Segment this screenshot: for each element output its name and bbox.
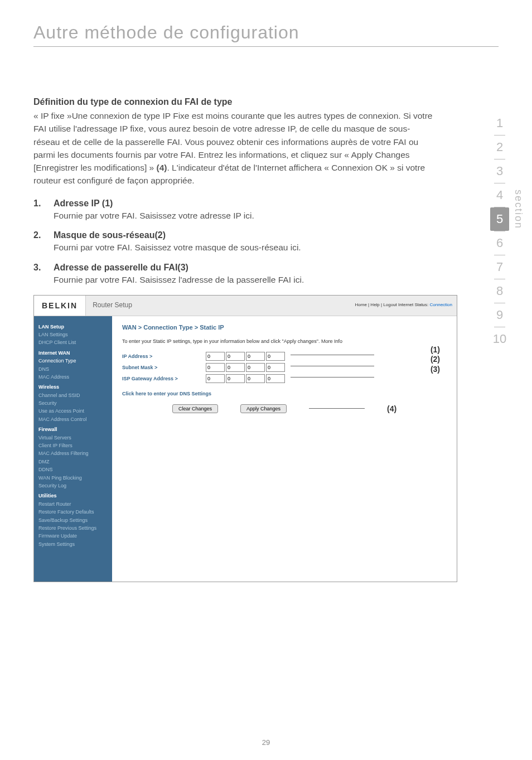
sidebar-item[interactable]: Use as Access Point [38,407,108,415]
sidebar-item[interactable]: System Settings [38,540,108,548]
ip-octet-input[interactable] [266,352,285,361]
list-item: 3. Adresse de passerelle du FAI(3) Fourn… [33,263,499,286]
section-nav-item[interactable]: 1 [490,112,509,135]
section-nav-item[interactable]: 8 [490,279,509,303]
sidebar-item[interactable]: Firmware Update [38,532,108,540]
section-nav-item[interactable]: 7 [490,255,509,279]
callout-line [309,408,365,409]
page-number: 29 [0,738,532,747]
sidebar-item[interactable]: Restart Router [38,500,108,508]
belkin-logo: BELKIN [34,296,86,316]
section-heading: Définition du type de connexion du FAI d… [33,97,499,107]
list-title: Adresse de passerelle du FAI(3) [54,263,499,273]
list-title: Adresse IP (1) [54,199,499,209]
intro-bold-ref: (4) [157,163,167,172]
sidebar-item[interactable]: MAC Address Control [38,415,108,423]
section-label: section [512,190,524,229]
ip-octet-input[interactable] [206,363,225,372]
sidebar-group: LAN Setup [38,323,108,331]
clear-changes-button[interactable]: Clear Changes [172,404,218,413]
numbered-list: 1. Adresse IP (1) Fournie par votre FAI.… [33,199,499,286]
list-number: 2. [33,230,54,254]
list-title: Masque de sous-réseau(2) [54,230,499,240]
panel-description: To enter your Static IP settings, type i… [122,338,447,344]
callout-line [291,355,374,355]
subnet-mask-row: Subnet Mask > [122,363,447,372]
ip-octet-input[interactable] [246,363,265,372]
sidebar-group: Wireless [38,383,108,391]
section-nav-item[interactable]: 4 [490,183,509,207]
sidebar-item[interactable]: WAN Ping Blocking [38,474,108,482]
callout-1: (1) [431,345,440,355]
sidebar-item[interactable]: Security [38,399,108,407]
button-row: Clear Changes Apply Changes (4) [122,404,447,413]
ip-octet-input[interactable] [226,352,245,361]
gateway-label: ISP Gateway Address > [122,376,206,381]
top-links: Home | Help | Logout Internet Status: Co… [355,296,457,316]
section-nav: 1 2 3 4 5 6 7 8 9 10 section [490,112,524,351]
section-nav-item[interactable]: 10 [490,327,509,351]
sidebar-item[interactable]: Save/Backup Settings [38,516,108,524]
callout-line [291,377,374,377]
internet-status-value: Connection [430,302,452,307]
list-item: 2. Masque de sous-réseau(2) Fourni par v… [33,230,499,254]
ip-octet-input[interactable] [206,374,225,383]
ip-address-row: IP Address > [122,352,447,361]
page-title: Autre méthode de configuration [33,22,499,43]
section-nav-item[interactable]: 2 [490,135,509,159]
ip-octet-input[interactable] [246,352,265,361]
sidebar-item-connection-type[interactable]: Connection Type [38,357,108,365]
ip-octet-input[interactable] [246,374,265,383]
sidebar-item[interactable]: Client IP Filters [38,442,108,449]
top-links-text[interactable]: Home | Help | Logout Internet Status: [355,302,430,307]
sidebar-item[interactable]: DDNS [38,466,108,473]
callout-4: (4) [387,404,396,413]
section-nav-item-active[interactable]: 5 [490,207,509,231]
sidebar-item[interactable]: DHCP Client List [38,338,108,346]
sidebar-item[interactable]: Restore Previous Settings [38,524,108,532]
breadcrumb: WAN > Connection Type > Static IP [122,324,447,331]
router-main-panel: WAN > Connection Type > Static IP To ent… [112,316,457,582]
ip-octet-input[interactable] [266,363,285,372]
callout-3: (3) [431,365,440,375]
router-setup-label: Router Setup [86,296,355,316]
list-number: 1. [33,199,54,222]
ip-address-label: IP Address > [122,354,206,359]
ip-octet-input[interactable] [226,363,245,372]
sidebar-item[interactable]: DNS [38,365,108,373]
sidebar-group: Utilities [38,492,108,500]
list-desc: Fourni par votre FAI. Saisissez votre ma… [54,241,499,254]
sidebar-item[interactable]: MAC Address Filtering [38,449,108,457]
router-sidebar: LAN Setup LAN Settings DHCP Client List … [34,316,112,582]
sidebar-item[interactable]: LAN Settings [38,331,108,338]
sidebar-item[interactable]: Restore Factory Defaults [38,508,108,516]
intro-paragraph: « IP fixe »Une connexion de type IP Fixe… [33,109,435,187]
section-nav-item[interactable]: 9 [490,303,509,327]
list-desc: Fournie par votre FAI. Saisissez l'adres… [54,274,499,286]
sidebar-group: Internet WAN [38,349,108,357]
gateway-row: ISP Gateway Address > [122,374,447,383]
sidebar-group: Firewall [38,425,108,433]
ip-octet-input[interactable] [226,374,245,383]
sidebar-item[interactable]: DMZ [38,458,108,466]
sidebar-item[interactable]: Virtual Servers [38,434,108,442]
subnet-mask-label: Subnet Mask > [122,365,206,370]
ip-octet-input[interactable] [206,352,225,361]
sidebar-item[interactable]: MAC Address [38,373,108,381]
sidebar-item[interactable]: Security Log [38,482,108,490]
list-number: 3. [33,263,54,286]
list-item: 1. Adresse IP (1) Fournie par votre FAI.… [33,199,499,222]
callout-line [291,366,374,366]
list-desc: Fournie par votre FAI. Saisissez votre a… [54,210,499,222]
router-screenshot: BELKIN Router Setup Home | Help | Logout… [33,295,457,583]
callout-column: (1) (2) (3) [431,345,440,375]
callout-2: (2) [431,355,440,365]
section-nav-item[interactable]: 6 [490,231,509,255]
apply-changes-button[interactable]: Apply Changes [240,404,287,413]
title-rule [33,46,499,47]
sidebar-item[interactable]: Channel and SSID [38,391,108,399]
section-nav-item[interactable]: 3 [490,159,509,183]
ip-octet-input[interactable] [266,374,285,383]
screenshot-header: BELKIN Router Setup Home | Help | Logout… [34,296,457,316]
dns-settings-link[interactable]: Click here to enter your DNS Settings [122,391,447,396]
